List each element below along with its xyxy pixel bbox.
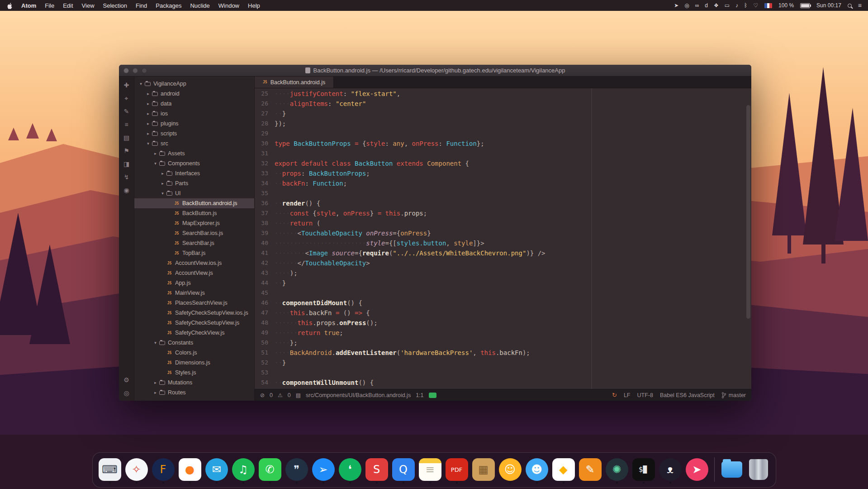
scrollbar-thumb[interactable]	[746, 105, 750, 319]
tree-item-ui[interactable]: ▾UI	[134, 188, 254, 198]
eye-icon[interactable]: ◉	[123, 187, 129, 193]
encoding[interactable]: UTF-8	[637, 392, 653, 398]
tree-item-routes[interactable]: ▸Routes	[134, 388, 254, 398]
dock-finder[interactable]: ⌨	[98, 456, 122, 483]
tree-item-dimensions-js[interactable]: JSDimensions.js	[134, 358, 254, 368]
tree-item-searchbar-ios-js[interactable]: JSSearchBar.ios.js	[134, 228, 254, 238]
menu-selection[interactable]: Selection	[103, 2, 127, 9]
tree-item-mutations[interactable]: ▸Mutations	[134, 378, 254, 388]
menu-packages[interactable]: Packages	[156, 2, 181, 9]
dock-pink-arrow-app[interactable]: ➤	[685, 456, 709, 483]
menu-file[interactable]: File	[45, 2, 54, 9]
error-count-icon[interactable]: ⊘	[260, 393, 265, 398]
warning-count-icon[interactable]: ⚠	[278, 393, 283, 398]
volume-icon[interactable]: ♪	[735, 3, 738, 8]
dock-notes[interactable]: ≡	[418, 456, 442, 483]
menu-view[interactable]: View	[82, 2, 95, 9]
dock-atom[interactable]: ✺	[605, 456, 629, 483]
tab-backbutton-android[interactable]: JS BackButton.android.js	[255, 77, 334, 88]
battery-icon[interactable]	[800, 3, 810, 8]
dock-quip[interactable]: Q	[392, 456, 415, 483]
dropbox-icon[interactable]: ❖	[714, 3, 719, 8]
teletype-status-icon[interactable]	[429, 393, 436, 398]
tree-item-ios[interactable]: ▸ios	[134, 109, 254, 119]
search-circle-icon[interactable]: ◎	[684, 3, 689, 8]
french-flag-icon[interactable]	[764, 3, 772, 8]
tree-item-interfaces[interactable]: ▸Interfaces	[134, 168, 254, 178]
line-ending[interactable]: LF	[624, 392, 631, 398]
docker-icon[interactable]: d	[705, 3, 708, 8]
flag-icon[interactable]: ⚑	[123, 148, 129, 154]
tree-item-backbutton-js[interactable]: JSBackButton.js	[134, 208, 254, 218]
dock-messenger[interactable]: ➢	[312, 456, 335, 483]
dock-hangouts[interactable]: ❛	[338, 456, 362, 483]
cursor-position[interactable]: 1:1	[416, 392, 423, 398]
dock-terminal[interactable]: $▊	[632, 456, 655, 483]
tree-item-vigilanceapp[interactable]: ▾VigilanceApp	[134, 79, 254, 89]
tree-item-mainview-js[interactable]: JSMainView.js	[134, 288, 254, 298]
tree-item-topbar-js[interactable]: JSTopBar.js	[134, 248, 254, 258]
tree-item-accountview-js[interactable]: JSAccountView.js	[134, 268, 254, 278]
menu-find[interactable]: Find	[136, 2, 147, 9]
bluetooth-icon[interactable]: ᛒ	[744, 3, 747, 8]
tree-item-mapexplorer-js[interactable]: JSMapExplorer.js	[134, 218, 254, 228]
spotlight-icon[interactable]	[848, 4, 852, 8]
link-infinity-icon[interactable]: ∞	[695, 3, 699, 8]
dock-safari[interactable]: ✧	[125, 456, 148, 483]
menu-nuclide[interactable]: Nuclide	[190, 2, 209, 9]
tree-item-placessearchview-js[interactable]: JSPlacesSearchView.js	[134, 298, 254, 308]
close-button[interactable]	[123, 68, 129, 73]
tree-item-safetychecksetupview-js[interactable]: JSSafetyCheckSetupView.js	[134, 318, 254, 328]
bolt-icon[interactable]: ↯	[124, 174, 129, 180]
dock-github-desktop[interactable]: ᴥ	[659, 456, 682, 483]
tree-item-scripts[interactable]: ▸scripts	[134, 129, 254, 139]
minimize-button[interactable]	[133, 68, 138, 73]
dock-sketch[interactable]: ◆	[552, 456, 575, 483]
pencil-icon[interactable]: ✎	[124, 108, 129, 115]
tree-item-src[interactable]: ▾src	[134, 139, 254, 149]
grammar[interactable]: Babel ES6 JavaScript	[660, 392, 715, 398]
heart-icon[interactable]: ♡	[753, 3, 758, 8]
display-icon[interactable]: ▭	[725, 3, 730, 8]
tree-item-colors-js[interactable]: JSColors.js	[134, 348, 254, 358]
file-path[interactable]: src/Components/UI/BackButton.android.js	[306, 392, 411, 398]
dock-facetime[interactable]: ✆	[258, 456, 282, 483]
dock-airmail[interactable]: ✉	[205, 456, 228, 483]
dock-yellow-face-app[interactable]: ☺	[498, 456, 522, 483]
dock-trash[interactable]	[747, 456, 770, 483]
tree-item-constants[interactable]: ▾Constants	[134, 338, 254, 348]
tree-item-assets[interactable]: ▸Assets	[134, 149, 254, 158]
list-icon[interactable]: ≡	[124, 121, 128, 128]
settings-gear-icon[interactable]: ⚙	[123, 377, 129, 383]
git-branch[interactable]: master	[729, 392, 746, 398]
tree-item-accountview-ios-js[interactable]: JSAccountView.ios.js	[134, 258, 254, 268]
paperplane-icon[interactable]: ➤	[674, 3, 678, 8]
dock-firefox[interactable]: F	[152, 456, 175, 483]
zoom-button[interactable]	[142, 68, 147, 73]
crosshair-icon[interactable]: ⌖	[125, 95, 128, 101]
menu-window[interactable]: Window	[218, 2, 239, 9]
dock-spotify[interactable]: ♫	[232, 456, 255, 483]
tree-item-android[interactable]: ▸android	[134, 89, 254, 99]
tree-item-app-js[interactable]: JSApp.js	[134, 278, 254, 288]
grid-icon[interactable]: ▤	[123, 134, 129, 141]
dock-orange-dot-app[interactable]: ●	[178, 456, 202, 483]
tree-item-plugins[interactable]: ▸plugins	[134, 119, 254, 129]
menu-help[interactable]: Help	[248, 2, 260, 9]
tree-item-styles-js[interactable]: JSStyles.js	[134, 368, 254, 378]
diff-icon[interactable]: ◨	[123, 161, 129, 167]
tree-item-searchbar-js[interactable]: JSSearchBar.js	[134, 238, 254, 248]
dock-blue-face-app[interactable]: ☻	[525, 456, 549, 483]
editor-scrollbar[interactable]	[746, 90, 750, 387]
tree-item-parts[interactable]: ▸Parts	[134, 178, 254, 188]
sync-icon[interactable]: ↻	[612, 392, 617, 398]
app-menu[interactable]: Atom	[21, 2, 36, 9]
dock-dark-chat-app[interactable]: ❞	[285, 456, 308, 483]
editor[interactable]: 25····justifyContent: "flex-start",26···…	[255, 88, 751, 389]
tree-item-backbutton-android-js[interactable]: JSBackButton.android.js	[134, 198, 254, 208]
tree-item-components[interactable]: ▾Components	[134, 158, 254, 168]
tree-item-data[interactable]: ▸data	[134, 99, 254, 109]
tree-item-safetycheckview-js[interactable]: JSSafetyCheckView.js	[134, 328, 254, 338]
help-icon[interactable]: ◎	[123, 390, 129, 396]
notification-center-icon[interactable]: ≡	[858, 2, 862, 9]
